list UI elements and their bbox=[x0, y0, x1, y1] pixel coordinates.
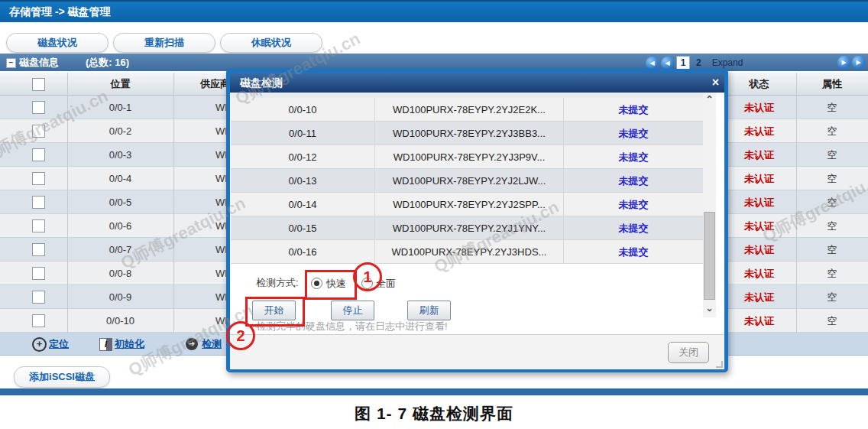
prev-page-icon[interactable]: ◀ bbox=[661, 57, 674, 70]
header-status: 状态 bbox=[722, 73, 796, 96]
tab-rescan[interactable]: 重新扫描 bbox=[113, 33, 215, 53]
dialog-row[interactable]: 0/0-12 WD100PURX-78EYPY.2YJ3P9V... 未提交 bbox=[231, 145, 703, 169]
cell-position: 0/0-8 bbox=[67, 262, 173, 285]
cell-status: 未认证 bbox=[722, 190, 796, 214]
cell-attr: 空 bbox=[796, 262, 868, 285]
dialog-cell-status: 未提交 bbox=[564, 145, 703, 169]
expand-link[interactable]: Expand bbox=[708, 57, 743, 68]
dialog-cell-model: WD100PURX-78EYPY.2YJ2LJW... bbox=[375, 169, 564, 193]
cell-status: 未认证 bbox=[722, 285, 796, 309]
cell-attr: 空 bbox=[796, 96, 868, 119]
cell-status: 未认证 bbox=[722, 96, 796, 119]
radio-quick[interactable] bbox=[311, 278, 322, 289]
bottom-divider bbox=[0, 388, 868, 395]
cell-attr: 空 bbox=[796, 119, 868, 143]
dialog-cell-position: 0/0-11 bbox=[231, 122, 375, 145]
dialog-row[interactable]: 0/0-14 WD100PURX-78EYPY.2YJ2SPP... 未提交 bbox=[231, 193, 703, 216]
pagination: ◀ ◀ 1 2 Expand bbox=[646, 56, 743, 70]
header-position: 位置 bbox=[67, 73, 173, 96]
close-icon[interactable]: × bbox=[712, 74, 719, 91]
dialog-cell-position: 0/0-12 bbox=[231, 145, 375, 169]
page-2[interactable]: 2 bbox=[692, 57, 705, 68]
dialog-cell-model: WD100PURX-78EYPY.2YJ1YNY... bbox=[375, 216, 564, 240]
scroll-up-icon[interactable]: ⌃ bbox=[703, 94, 716, 107]
cell-attr: 空 bbox=[796, 285, 868, 309]
detect-link[interactable]: 检测 bbox=[202, 333, 222, 356]
scrollbar-thumb[interactable] bbox=[704, 212, 715, 300]
dialog-row[interactable]: 0/0-11 WD100PURX-78EYPY.2YJ3BB3... 未提交 bbox=[231, 122, 703, 145]
dialog-row[interactable]: 0/0-15 WD100PURX-78EYPY.2YJ1YNY... 未提交 bbox=[231, 216, 703, 240]
row-checkbox[interactable] bbox=[32, 291, 45, 304]
dialog-cell-model: WD100PURX-78EYPY.2YJ2E2K... bbox=[375, 98, 564, 122]
section-title: 磁盘信息 bbox=[19, 54, 59, 71]
radio-full[interactable] bbox=[361, 278, 373, 289]
collapse-icon[interactable]: − bbox=[6, 58, 16, 68]
resize-grip-icon[interactable] bbox=[716, 361, 723, 368]
cell-position: 0/0-7 bbox=[67, 238, 173, 262]
radio-dot bbox=[314, 281, 319, 286]
cell-attr: 空 bbox=[796, 167, 868, 190]
select-all-checkbox[interactable] bbox=[32, 78, 45, 91]
row-checkbox[interactable] bbox=[32, 125, 45, 138]
scroll-down-icon[interactable]: ⌄ bbox=[703, 303, 716, 316]
cell-position: 0/0-5 bbox=[67, 190, 173, 214]
detection-note: 检测完毕的硬盘信息，请在日志中进行查看! bbox=[256, 320, 448, 333]
start-button[interactable]: 开始 bbox=[252, 301, 296, 320]
row-checkbox[interactable] bbox=[32, 267, 45, 280]
dialog-cell-position: 0/0-15 bbox=[231, 216, 375, 240]
pagination-right: ▶ ▶ bbox=[837, 56, 865, 69]
dialog-cell-status: 未提交 bbox=[564, 240, 703, 264]
cell-position: 0/0-4 bbox=[67, 167, 173, 190]
tab-sleep-status[interactable]: 休眠状况 bbox=[220, 33, 322, 53]
row-checkbox[interactable] bbox=[32, 172, 45, 185]
next-page-icon[interactable]: ▶ bbox=[837, 56, 850, 69]
cell-status: 未认证 bbox=[722, 143, 796, 167]
dialog-cell-model: WD100PURX-78EYPY.2YJ2SPP... bbox=[375, 193, 564, 216]
detect-icon: ➜ bbox=[186, 338, 198, 350]
method-label: 检测方式: bbox=[256, 275, 299, 291]
dialog-cell-position: 0/0-10 bbox=[231, 98, 375, 122]
dialog-cell-status: 未提交 bbox=[564, 98, 703, 122]
page-1[interactable]: 1 bbox=[676, 56, 690, 70]
dialog-cell-model: WD100PURX-78EYPY.2YJ3P9V... bbox=[375, 145, 564, 169]
dialog-cell-model: WD100PURX-78EYPY.2YJ3HDS... bbox=[375, 240, 564, 264]
first-page-icon[interactable]: ◀ bbox=[646, 57, 659, 70]
dialog-row[interactable]: 0/0-13 WD100PURX-78EYPY.2YJ2LJW... 未提交 bbox=[231, 169, 703, 193]
cell-attr: 空 bbox=[796, 190, 868, 214]
radio-full-label[interactable]: 全面 bbox=[376, 276, 396, 291]
grid-line bbox=[173, 73, 174, 333]
dialog-row[interactable]: 0/0-16 WD100PURX-78EYPY.2YJ3HDS... 未提交 bbox=[231, 240, 703, 264]
row-checkbox[interactable] bbox=[32, 148, 45, 161]
dialog-cell-status: 未提交 bbox=[564, 122, 703, 145]
close-button[interactable]: 关闭 bbox=[668, 342, 709, 363]
dialog-row[interactable]: 0/0-10 WD100PURX-78EYPY.2YJ2E2K... 未提交 bbox=[231, 98, 703, 122]
radio-quick-label[interactable]: 快速 bbox=[326, 276, 346, 291]
row-checkbox[interactable] bbox=[32, 219, 45, 232]
cell-position: 0/0-1 bbox=[67, 96, 173, 119]
cell-position: 0/0-6 bbox=[67, 214, 173, 238]
last-page-icon[interactable]: ▶ bbox=[852, 56, 865, 69]
stop-button[interactable]: 停止 bbox=[331, 301, 374, 320]
cell-attr: 空 bbox=[796, 238, 868, 262]
section-total: (总数: 16) bbox=[86, 54, 129, 71]
cell-position: 0/0-2 bbox=[67, 119, 173, 143]
dialog-cell-position: 0/0-13 bbox=[231, 169, 375, 193]
initialize-icon: I bbox=[99, 338, 112, 351]
cell-attr: 空 bbox=[796, 143, 868, 167]
row-checkbox[interactable] bbox=[32, 196, 45, 209]
cell-status: 未认证 bbox=[722, 167, 796, 190]
dialog-cell-status: 未提交 bbox=[564, 216, 703, 240]
locate-link[interactable]: 定位 bbox=[49, 333, 69, 356]
dialog-cell-status: 未提交 bbox=[564, 193, 703, 216]
cell-status: 未认证 bbox=[722, 238, 796, 262]
row-checkbox[interactable] bbox=[32, 101, 45, 114]
refresh-button[interactable]: 刷新 bbox=[407, 301, 451, 320]
tab-disk-status[interactable]: 磁盘状况 bbox=[6, 33, 108, 53]
cell-status: 未认证 bbox=[722, 262, 796, 285]
row-checkbox[interactable] bbox=[32, 243, 45, 256]
grid-line bbox=[67, 73, 68, 333]
header-attr: 属性 bbox=[796, 73, 868, 96]
row-checkbox[interactable] bbox=[32, 314, 45, 327]
initialize-link[interactable]: 初始化 bbox=[115, 333, 144, 356]
add-iscsi-disk-button[interactable]: 添加iSCSI磁盘 bbox=[14, 366, 110, 388]
